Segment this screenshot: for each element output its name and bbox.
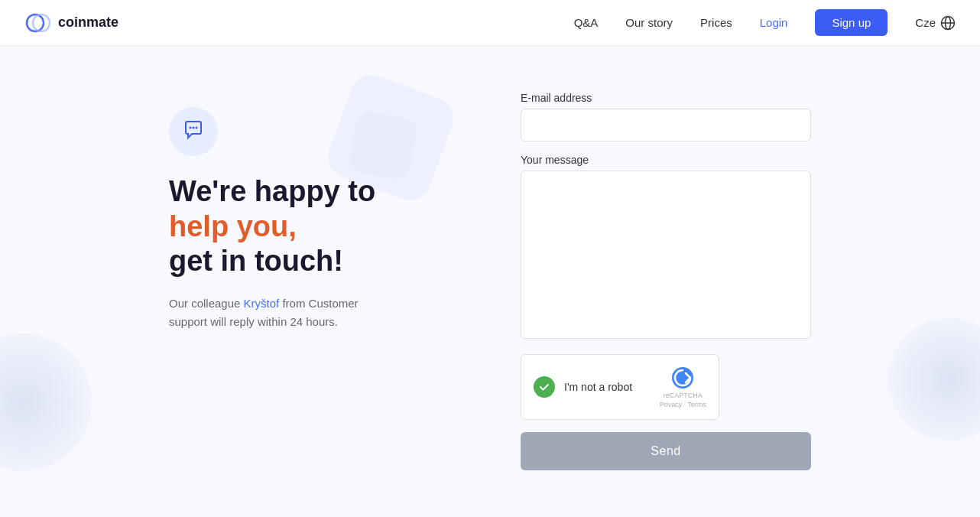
logo-icon xyxy=(24,9,52,37)
nav-link-prices[interactable]: Prices xyxy=(700,16,732,29)
left-panel: We're happy to help you, get in touch! O… xyxy=(169,92,459,331)
email-input[interactable] xyxy=(521,109,811,141)
logo[interactable]: coinmate xyxy=(24,9,118,37)
hero-title: We're happy to help you, get in touch! xyxy=(169,174,459,279)
signup-button[interactable]: Sign up xyxy=(815,9,888,36)
recaptcha-label: I'm not a robot xyxy=(564,381,632,393)
navbar: coinmate Q&A Our story Prices Login Sign… xyxy=(0,0,980,46)
recaptcha-logo-icon xyxy=(670,366,695,390)
language-selector[interactable]: Cze xyxy=(915,15,956,31)
recaptcha-check xyxy=(534,376,555,398)
recaptcha-brand-area: reCAPTCHA Privacy · Terms xyxy=(660,366,706,408)
main-content: We're happy to help you, get in touch! O… xyxy=(0,46,980,501)
nav-link-qa[interactable]: Q&A xyxy=(574,16,599,29)
globe-icon xyxy=(940,15,956,31)
nav-link-our-story[interactable]: Our story xyxy=(625,16,673,29)
send-button[interactable]: Send xyxy=(521,432,811,470)
message-label: Your message xyxy=(521,154,811,166)
login-link[interactable]: Login xyxy=(760,16,788,29)
svg-point-6 xyxy=(193,127,195,129)
chat-icon xyxy=(181,118,206,145)
email-label: E-mail address xyxy=(521,92,811,104)
chat-icon-wrapper xyxy=(169,107,218,156)
hero-title-line1: We're happy to xyxy=(169,175,375,207)
recaptcha-brand-name: reCAPTCHA xyxy=(664,392,703,399)
message-form-group: Your message xyxy=(521,154,811,342)
recaptcha-widget[interactable]: I'm not a robot reCAPTCHA Privacy · Term… xyxy=(521,354,719,420)
logo-text: coinmate xyxy=(58,15,118,31)
recaptcha-privacy-terms: Privacy · Terms xyxy=(660,401,706,408)
recaptcha-left: I'm not a robot xyxy=(534,376,632,398)
subtitle-before: Our colleague xyxy=(169,297,244,310)
email-form-group: E-mail address xyxy=(521,92,811,141)
hero-title-line2: help you, xyxy=(169,210,297,242)
nav-links: Q&A Our story Prices Login Sign up Cze xyxy=(574,9,956,36)
lang-label: Cze xyxy=(915,16,936,29)
hero-title-line3: get in touch! xyxy=(169,245,343,277)
subtitle-name: Kryštof xyxy=(244,297,280,310)
svg-point-5 xyxy=(190,127,192,129)
message-textarea[interactable] xyxy=(521,171,811,339)
svg-point-7 xyxy=(196,127,198,129)
right-panel: E-mail address Your message I'm not a ro… xyxy=(521,92,811,470)
hero-subtitle: Our colleague Kryštof from Customer supp… xyxy=(169,294,383,331)
